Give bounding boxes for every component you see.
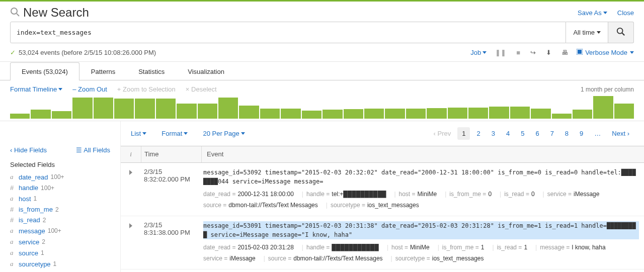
stop-icon[interactable]: ■: [515, 49, 522, 56]
pager-page[interactable]: 7: [546, 127, 558, 140]
field-row[interactable]: ahost1: [10, 193, 110, 204]
pager-page[interactable]: 8: [560, 127, 573, 140]
download-icon[interactable]: ⬇: [544, 49, 553, 56]
share-icon[interactable]: ↪: [529, 49, 537, 56]
timeline-bar[interactable]: [323, 110, 342, 119]
save-as-link[interactable]: Save As: [578, 9, 607, 17]
expand-toggle[interactable]: [121, 168, 141, 211]
timeline-bar[interactable]: [364, 109, 384, 119]
field-value[interactable]: ios_text_messages: [365, 200, 419, 211]
print-icon[interactable]: 🖶: [560, 49, 570, 56]
field-key[interactable]: source =: [268, 253, 291, 264]
pause-icon[interactable]: ❚❚: [494, 49, 508, 56]
timeline-bar[interactable]: [427, 108, 446, 119]
pager-page[interactable]: 6: [531, 127, 543, 140]
field-row[interactable]: aservice2: [10, 236, 110, 247]
timeline-bar[interactable]: [531, 109, 550, 119]
field-value[interactable]: 2000-12-31 18:00:00: [235, 189, 293, 200]
field-value[interactable]: dbmon-tail://Texts/Text Messages: [291, 253, 382, 264]
field-name[interactable]: is_from_me: [19, 206, 53, 213]
timeline-bar[interactable]: [239, 106, 259, 119]
all-fields-link[interactable]: ☰ All Fields: [76, 146, 110, 154]
raw-event-text[interactable]: message_id=53092 timestamp="2015-02-03 2…: [203, 168, 639, 186]
field-value[interactable]: 2015-02-03 20:31:28: [235, 242, 293, 253]
close-link[interactable]: Close: [617, 9, 634, 17]
field-key[interactable]: service =: [203, 253, 227, 264]
tab-statistics[interactable]: Statistics: [127, 62, 176, 80]
search-button[interactable]: [608, 22, 634, 43]
field-key[interactable]: host =: [399, 189, 416, 200]
field-key[interactable]: is_read =: [497, 242, 522, 253]
timeline-bar[interactable]: [593, 96, 613, 119]
field-row[interactable]: amessage100+: [10, 225, 110, 236]
field-key[interactable]: sourcetype =: [395, 253, 430, 264]
timeline-bar[interactable]: [52, 111, 71, 119]
field-name[interactable]: service: [19, 238, 39, 246]
search-mode-menu[interactable]: Verbose Mode: [577, 49, 634, 56]
field-name[interactable]: source: [19, 249, 38, 257]
timeline-bar[interactable]: [489, 107, 509, 119]
field-value[interactable]: I know, haha: [570, 242, 605, 253]
field-key[interactable]: handle =: [306, 242, 330, 253]
timeline-bar[interactable]: [156, 99, 176, 119]
timeline-bar[interactable]: [406, 109, 426, 119]
hide-fields-link[interactable]: ‹ Hide Fields: [10, 146, 47, 154]
field-name[interactable]: handle: [19, 184, 38, 192]
timeline-bar[interactable]: [302, 111, 321, 119]
timeline-bar[interactable]: [510, 107, 530, 119]
field-key[interactable]: is_from_me =: [442, 242, 479, 253]
raw-event-text[interactable]: message_id=53091 timestamp="2015-02-03 2…: [203, 221, 639, 239]
field-value[interactable]: 1: [522, 242, 527, 253]
pager-page[interactable]: 2: [472, 127, 485, 140]
time-column-header[interactable]: Time: [141, 146, 201, 162]
field-key[interactable]: is_read =: [504, 189, 529, 200]
timeline-bar[interactable]: [31, 110, 50, 119]
pager-page[interactable]: …: [590, 127, 605, 140]
field-row[interactable]: adate_read100+: [10, 171, 110, 183]
pager-next[interactable]: Next ›: [607, 127, 634, 140]
timeline-bar[interactable]: [344, 109, 363, 119]
field-key[interactable]: host =: [391, 242, 408, 253]
field-key[interactable]: handle =: [306, 189, 330, 200]
field-row[interactable]: #handle100+: [10, 183, 110, 193]
tab-visualization[interactable]: Visualization: [176, 62, 236, 80]
timeline-bar[interactable]: [385, 109, 405, 119]
field-value[interactable]: iMessage: [227, 253, 255, 264]
timeline-bar[interactable]: [614, 104, 634, 119]
pager-page[interactable]: 1: [457, 127, 470, 140]
field-name[interactable]: sourcetype: [19, 260, 51, 268]
timeline-bar[interactable]: [448, 108, 467, 119]
field-key[interactable]: message =: [540, 242, 570, 253]
pager-page[interactable]: 4: [502, 127, 514, 140]
timeline-bar[interactable]: [135, 99, 154, 119]
timeline-bar[interactable]: [177, 104, 196, 119]
timeline-bar[interactable]: [72, 98, 92, 119]
pager-page[interactable]: 9: [575, 127, 588, 140]
time-range-picker[interactable]: All time: [566, 22, 608, 43]
field-value[interactable]: 0: [486, 189, 492, 200]
field-value[interactable]: iMessage: [572, 189, 599, 200]
timeline-bar[interactable]: [10, 114, 30, 119]
search-input[interactable]: [10, 22, 566, 43]
field-value[interactable]: 1: [479, 242, 485, 253]
field-key[interactable]: service =: [547, 189, 572, 200]
timeline-bar[interactable]: [281, 109, 300, 119]
field-key[interactable]: date_read =: [203, 242, 235, 253]
field-key[interactable]: is_from_me =: [449, 189, 486, 200]
pager-page[interactable]: 3: [487, 127, 500, 140]
timeline-bar[interactable]: [198, 104, 217, 119]
timeline-bar[interactable]: [114, 99, 134, 119]
timeline-bar[interactable]: [573, 110, 592, 119]
format-menu[interactable]: Format: [162, 130, 188, 137]
field-value[interactable]: ███████████: [330, 242, 379, 253]
timeline-bar[interactable]: [468, 108, 488, 119]
field-row[interactable]: asource1: [10, 247, 110, 258]
field-value[interactable]: 0: [529, 189, 535, 200]
field-value[interactable]: MiniMe: [408, 242, 430, 253]
field-value[interactable]: tel:+██████████: [330, 189, 386, 200]
timeline-bar[interactable]: [552, 114, 572, 119]
field-name[interactable]: host: [19, 195, 31, 203]
field-row[interactable]: #is_read2: [10, 215, 110, 225]
field-key[interactable]: sourcetype =: [331, 200, 365, 211]
field-row[interactable]: asourcetype1: [10, 258, 110, 269]
